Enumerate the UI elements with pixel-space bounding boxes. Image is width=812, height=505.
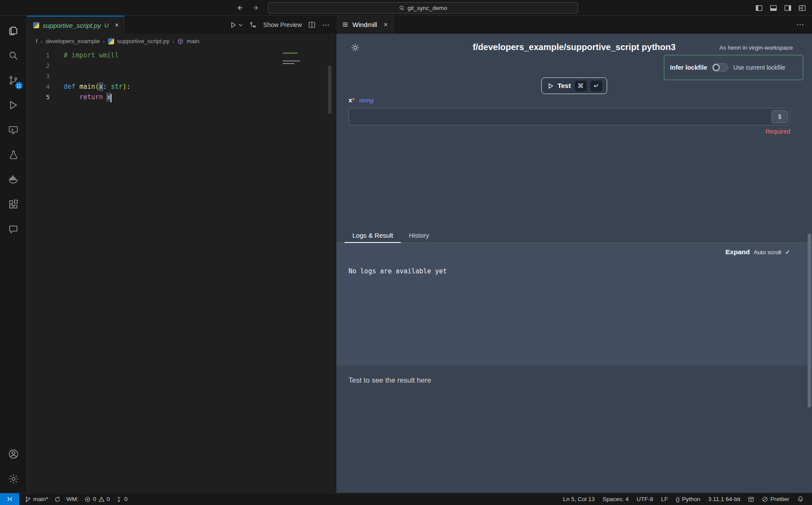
toggle-panel-bottom-icon[interactable] bbox=[770, 4, 777, 12]
required-star: * bbox=[352, 96, 355, 104]
panel-grid-status[interactable] bbox=[744, 493, 758, 505]
toggle-knob bbox=[713, 64, 720, 71]
code-line[interactable]: 5 return x bbox=[27, 92, 336, 102]
editor-actions: Show Preview ⋯ bbox=[230, 16, 336, 34]
toggle-sidebar-right-icon[interactable] bbox=[784, 4, 792, 12]
interpreter-status[interactable]: 3.11.1 64-bit bbox=[704, 493, 744, 505]
windmill-group: Windmill × ⋯ f/developers_example/suppor… bbox=[336, 16, 812, 493]
cursor-position-status[interactable]: Ln 5, Col 13 bbox=[559, 493, 599, 505]
breadcrumb-file[interactable]: supportive_script.py bbox=[117, 38, 169, 44]
testing-icon[interactable] bbox=[0, 142, 27, 167]
explorer-icon[interactable] bbox=[0, 18, 27, 43]
play-icon bbox=[548, 83, 554, 89]
more-actions-icon[interactable]: ⋯ bbox=[322, 20, 330, 30]
prettier-status[interactable]: Prettier bbox=[758, 493, 793, 505]
radio-tower-icon bbox=[116, 496, 122, 502]
eol-status[interactable]: LF bbox=[657, 493, 672, 505]
source-control-icon[interactable]: 11 bbox=[0, 68, 27, 93]
line-content: return x bbox=[50, 92, 111, 102]
run-debug-icon[interactable] bbox=[0, 93, 27, 118]
expand-button[interactable]: Expand bbox=[725, 248, 750, 256]
indentation-status[interactable]: Spaces: 4 bbox=[599, 493, 633, 505]
check-icon[interactable]: ✓ bbox=[785, 249, 790, 256]
logs-toolbar: Expand Auto scroll ✓ bbox=[725, 248, 790, 256]
line-number: 5 bbox=[27, 92, 50, 102]
status-right: Ln 5, Col 13 Spaces: 4 UTF-8 LF {} Pytho… bbox=[559, 493, 812, 505]
close-icon[interactable]: × bbox=[384, 21, 388, 29]
settings-gear-icon[interactable] bbox=[0, 466, 27, 491]
breadcrumb: f › developers_example › supportive_scri… bbox=[27, 34, 336, 48]
panel-scrollbar[interactable] bbox=[808, 233, 811, 407]
breadcrumb-root[interactable]: f bbox=[36, 38, 37, 44]
problems-status[interactable]: 0 0 bbox=[81, 493, 113, 505]
tab-history[interactable]: History bbox=[401, 228, 437, 242]
tab-supportive-script[interactable]: supportive_script.py U × bbox=[27, 16, 125, 34]
editor-scrollbar[interactable] bbox=[328, 66, 332, 114]
customize-layout-icon[interactable] bbox=[798, 4, 806, 12]
more-actions-icon[interactable]: ⋯ bbox=[796, 20, 812, 29]
bell-icon bbox=[797, 496, 804, 502]
extensions-icon[interactable] bbox=[0, 192, 27, 217]
layout-controls bbox=[755, 0, 806, 16]
search-view-icon[interactable] bbox=[0, 43, 27, 68]
remote-explorer-icon[interactable] bbox=[0, 118, 27, 142]
split-editor-icon[interactable] bbox=[308, 21, 315, 28]
windmill-panel: f/developers_example/supportive_script p… bbox=[336, 34, 812, 493]
prettier-icon bbox=[762, 496, 768, 502]
command-center-search[interactable]: git_sync_demo bbox=[268, 2, 578, 13]
enter-key-icon: ↵ bbox=[590, 81, 602, 91]
sync-status[interactable] bbox=[51, 493, 64, 505]
command-key-icon: ⌘ bbox=[575, 81, 586, 91]
warning-icon bbox=[98, 496, 105, 502]
breadcrumb-symbol[interactable]: main bbox=[186, 38, 199, 44]
search-icon bbox=[399, 5, 405, 11]
remote-indicator[interactable] bbox=[0, 493, 19, 505]
minimap[interactable] bbox=[283, 53, 303, 66]
run-python-file-button[interactable] bbox=[230, 22, 243, 28]
infer-lockfile-toggle[interactable] bbox=[712, 63, 728, 72]
python-file-icon bbox=[33, 22, 39, 28]
code-line[interactable]: 3 bbox=[27, 71, 336, 81]
chat-icon[interactable] bbox=[0, 217, 27, 242]
history-nav bbox=[236, 0, 260, 16]
toggle-sidebar-left-icon[interactable] bbox=[755, 4, 763, 12]
windmill-status[interactable]: WM: bbox=[64, 493, 82, 505]
vscode-window: git_sync_demo 11 bbox=[0, 0, 812, 505]
forward-icon[interactable] bbox=[253, 4, 260, 11]
notifications-bell[interactable] bbox=[793, 493, 808, 505]
insert-variable-button[interactable]: $ bbox=[771, 110, 788, 123]
tab-label: supportive_script.py bbox=[43, 22, 101, 29]
line-number: 3 bbox=[27, 71, 50, 81]
docker-icon[interactable] bbox=[0, 167, 27, 192]
windmill-icon bbox=[342, 21, 348, 28]
breadcrumb-separator-icon: › bbox=[41, 38, 43, 45]
status-bar: main* WM: 0 0 0 Ln 5, Col 13 Spaces: 4 U… bbox=[0, 493, 812, 505]
lockfile-options: Infer lockfile Use current lockfile bbox=[664, 55, 803, 80]
open-changes-icon[interactable] bbox=[250, 21, 257, 28]
git-branch-status[interactable]: main* bbox=[22, 493, 51, 505]
chevron-down-icon[interactable] bbox=[238, 23, 243, 27]
close-icon[interactable]: × bbox=[115, 21, 118, 29]
line-number: 4 bbox=[27, 81, 50, 92]
arg-x-input[interactable] bbox=[349, 108, 790, 125]
code-editor[interactable]: 1# import wmill234def main(x: str):5 ret… bbox=[27, 48, 336, 493]
account-icon[interactable] bbox=[0, 441, 27, 466]
breadcrumb-separator-icon: › bbox=[103, 38, 105, 45]
line-content bbox=[50, 71, 64, 81]
field-type: string bbox=[359, 97, 373, 104]
auto-scroll-label[interactable]: Auto scroll bbox=[754, 249, 781, 256]
back-icon[interactable] bbox=[236, 4, 243, 11]
line-number: 1 bbox=[27, 50, 50, 61]
code-line[interactable]: 4def main(x: str): bbox=[27, 81, 336, 92]
language-status[interactable]: {} Python bbox=[672, 493, 704, 505]
tab-logs-result[interactable]: Logs & Result bbox=[345, 228, 401, 243]
encoding-status[interactable]: UTF-8 bbox=[633, 493, 657, 505]
ports-status[interactable]: 0 bbox=[113, 493, 131, 505]
test-button[interactable]: Test ⌘ ↵ bbox=[541, 77, 607, 94]
error-icon bbox=[85, 496, 91, 502]
tab-windmill[interactable]: Windmill × bbox=[336, 16, 394, 34]
symbol-method-icon bbox=[177, 38, 183, 44]
show-preview-button[interactable]: Show Preview bbox=[263, 21, 302, 28]
windmill-tab-bar: Windmill × ⋯ bbox=[336, 16, 812, 34]
breadcrumb-folder[interactable]: developers_example bbox=[45, 38, 100, 44]
